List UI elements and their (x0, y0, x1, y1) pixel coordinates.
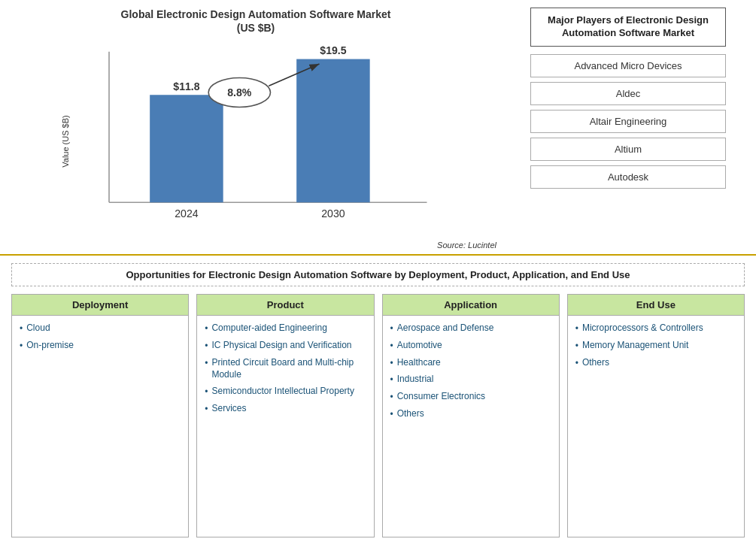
deployment-header: Deployment (11, 294, 189, 316)
deployment-item-1: • On-premise (20, 339, 181, 353)
bullet-icon: • (575, 357, 578, 370)
player-item-0: Advanced Micro Devices (530, 54, 726, 77)
bullet-icon: • (575, 340, 578, 353)
application-item-2: • Healthcare (390, 356, 551, 370)
svg-text:8.8%: 8.8% (227, 87, 252, 99)
bullet-icon: • (205, 357, 208, 370)
application-item-5: • Others (390, 407, 551, 421)
product-column: Product • Computer-aided Engineering • I… (196, 294, 374, 537)
bottom-section: Opportunities for Electronic Design Auto… (0, 256, 756, 545)
end-use-item-1: • Memory Management Unit (575, 339, 736, 353)
application-item-3: • Industrial (390, 373, 551, 386)
opportunities-title: Opportunities for Electronic Design Auto… (11, 263, 745, 286)
end-use-item-0: • Microprocessors & Controllers (575, 322, 736, 335)
chart-area: Global Electronic Design Automation Soft… (0, 0, 512, 254)
svg-text:2024: 2024 (175, 207, 198, 220)
product-item-0: • Computer-aided Engineering (205, 322, 366, 335)
bullet-icon: • (20, 322, 23, 335)
bar-2030 (296, 59, 370, 203)
bullet-icon: • (205, 340, 208, 353)
deployment-column: Deployment • Cloud • On-premise (11, 294, 189, 537)
svg-text:2030: 2030 (321, 207, 345, 220)
deployment-body: • Cloud • On-premise (11, 316, 189, 537)
player-item-3: Altium (530, 138, 726, 161)
product-header: Product (196, 294, 374, 316)
player-item-2: Altair Engineering (530, 110, 726, 133)
application-header: Application (382, 294, 560, 316)
bullet-icon: • (390, 340, 393, 353)
bullet-icon: • (205, 322, 208, 335)
bar-2024 (150, 95, 223, 203)
end-use-body: • Microprocessors & Controllers • Memory… (567, 316, 745, 537)
bullet-icon: • (205, 386, 208, 398)
bullet-icon: • (205, 403, 208, 416)
major-players-title: Major Players of Electronic Design Autom… (530, 8, 726, 47)
player-item-1: Aldec (530, 82, 726, 105)
bullet-icon: • (390, 391, 393, 404)
end-use-item-2: • Others (575, 356, 736, 370)
application-column: Application • Aerospace and Defense • Au… (382, 294, 560, 537)
source-label: Source: Lucintel (437, 241, 496, 250)
svg-text:$19.5: $19.5 (320, 44, 346, 56)
application-body: • Aerospace and Defense • Automotive • H… (382, 316, 560, 537)
end-use-header: End Use (567, 294, 745, 316)
bullet-icon: • (390, 374, 393, 386)
chart-title: Global Electronic Design Automation Soft… (121, 8, 391, 35)
product-item-1: • IC Physical Design and Verification (205, 339, 366, 353)
top-section: Global Electronic Design Automation Soft… (0, 0, 756, 256)
product-item-3: • Semiconductor Intellectual Property (205, 385, 366, 398)
product-item-4: • Services (205, 402, 366, 416)
bar-chart-svg: 2024 2030 $11.8 $19.5 8.8% (53, 44, 459, 239)
main-wrapper: Global Electronic Design Automation Soft… (0, 0, 756, 545)
bullet-icon: • (20, 340, 23, 353)
opportunities-grid: Deployment • Cloud • On-premise Product (11, 294, 745, 537)
product-body: • Computer-aided Engineering • IC Physic… (196, 316, 374, 537)
svg-text:$11.8: $11.8 (173, 80, 199, 92)
chart-container: Value (US $B) 2024 2030 $11.8 $19.5 (53, 44, 459, 239)
application-item-4: • Consumer Electronics (390, 390, 551, 404)
end-use-column: End Use • Microprocessors & Controllers … (567, 294, 745, 537)
bullet-icon: • (390, 408, 393, 421)
deployment-item-0: • Cloud (20, 322, 181, 335)
bullet-icon: • (575, 322, 578, 335)
major-players-panel: Major Players of Electronic Design Autom… (512, 0, 745, 254)
application-item-1: • Automotive (390, 339, 551, 353)
product-item-2: • Printed Circuit Board and Multi-chip M… (205, 356, 366, 382)
player-item-4: Autodesk (530, 165, 726, 189)
bullet-icon: • (390, 322, 393, 335)
bullet-icon: • (390, 357, 393, 370)
y-axis-label: Value (US $B) (61, 116, 70, 168)
application-item-0: • Aerospace and Defense (390, 322, 551, 335)
